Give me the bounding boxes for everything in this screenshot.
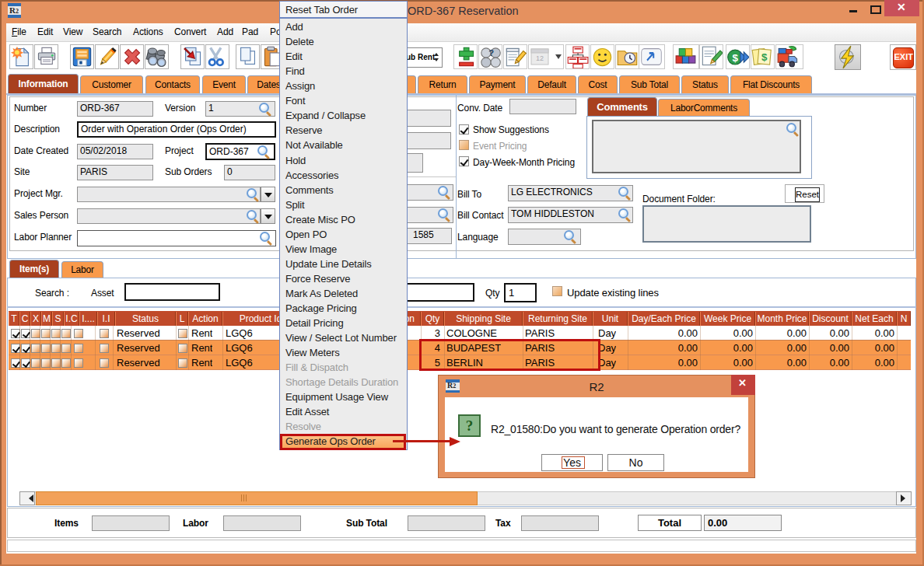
svg-text:$: $ xyxy=(732,52,738,64)
svg-text:12: 12 xyxy=(536,54,544,62)
svg-text:?: ? xyxy=(488,48,494,58)
svg-text:$: $ xyxy=(761,51,768,63)
